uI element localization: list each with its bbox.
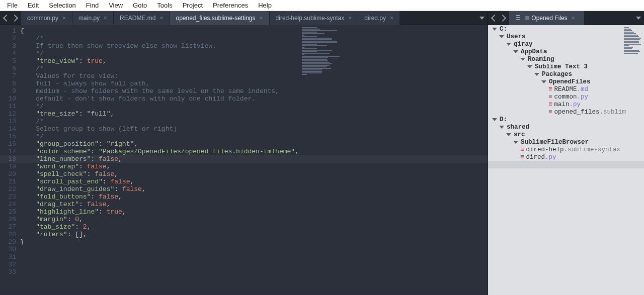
- tab-label: dired-help.sublime-syntax: [276, 15, 345, 22]
- menu-selection[interactable]: Selection: [44, 1, 80, 10]
- tab-overflow-button[interactable]: [633, 17, 644, 20]
- forward-icon[interactable]: [499, 14, 506, 21]
- tree-file[interactable]: ≡common.py: [488, 93, 644, 101]
- tab-common-py[interactable]: common.py×: [21, 11, 72, 25]
- tab-dired-py[interactable]: dired.py×: [358, 11, 400, 25]
- minimap[interactable]: [624, 27, 642, 54]
- menu-find[interactable]: Find: [81, 1, 104, 10]
- tab-label: dired.py: [364, 15, 386, 22]
- back-icon[interactable]: [3, 14, 10, 21]
- tree-folder[interactable]: Sublime Text 3: [488, 63, 644, 70]
- file-icon: ≡: [548, 109, 552, 116]
- tree-folder[interactable]: Roaming: [488, 55, 644, 63]
- disclosure-triangle-icon[interactable]: [499, 126, 504, 129]
- tree-folder[interactable]: C:: [488, 25, 644, 33]
- tree-folder[interactable]: D:: [488, 116, 644, 123]
- file-ext: .py: [577, 93, 589, 101]
- tab-opened-files-sublime-settings[interactable]: opened_files.sublime-settings×: [170, 11, 269, 25]
- tab-dired-help-sublime-syntax[interactable]: dired-help.sublime-syntax×: [270, 11, 359, 25]
- editor[interactable]: 1234567891011121314151617181920212223242…: [0, 25, 488, 295]
- file-basename: main: [554, 101, 570, 108]
- disclosure-triangle-icon[interactable]: [499, 35, 504, 38]
- tab-opened-files[interactable]: ☰ ≣ Opened Files ×: [509, 11, 585, 25]
- tab-label: common.py: [27, 15, 58, 22]
- folder-label: C:: [500, 26, 507, 33]
- menubar: FileEditSelectionFindViewGotoToolsProjec…: [0, 0, 644, 11]
- tree-folder[interactable]: qiray: [488, 40, 644, 48]
- disclosure-triangle-icon[interactable]: [506, 43, 511, 46]
- tab-main-py[interactable]: main.py×: [72, 11, 114, 25]
- file-basename: dired-help: [526, 146, 564, 153]
- back-icon[interactable]: [491, 14, 498, 21]
- opened-files-pane: ☰ ≣ Opened Files × C:UsersqirayAppDataRo…: [488, 11, 644, 295]
- folder-label: SublimeFileBrowser: [521, 139, 589, 146]
- tree-folder[interactable]: shared: [488, 123, 644, 131]
- disclosure-triangle-icon[interactable]: [506, 133, 511, 136]
- disclosure-triangle-icon[interactable]: [527, 65, 532, 68]
- menu-view[interactable]: View: [104, 1, 128, 10]
- tree-folder[interactable]: src: [488, 131, 644, 138]
- folder-label: D:: [500, 116, 507, 123]
- file-icon: ≡: [548, 86, 552, 93]
- chevron-down-icon: [636, 17, 641, 20]
- file-basename: dired: [526, 154, 545, 161]
- disclosure-triangle-icon[interactable]: [520, 58, 525, 61]
- tree-file[interactable]: ≡dired-help.sublime-syntax: [488, 146, 644, 153]
- close-icon[interactable]: ×: [104, 15, 107, 22]
- file-icon: ≡: [520, 154, 524, 161]
- folder-label: shared: [507, 124, 529, 131]
- folder-label: Roaming: [528, 56, 554, 63]
- close-icon[interactable]: ×: [390, 15, 393, 22]
- tree-folder[interactable]: Packages: [488, 70, 644, 78]
- tree-folder[interactable]: SublimeFileBrowser: [488, 138, 644, 146]
- folder-label: AppData: [521, 48, 547, 55]
- menu-tools[interactable]: Tools: [152, 1, 177, 10]
- menu-preferences[interactable]: Preferences: [208, 1, 253, 10]
- tree-file[interactable]: ≡opened_files.sublim: [488, 108, 644, 116]
- file-basename: opened_files: [554, 109, 600, 116]
- close-icon[interactable]: ×: [572, 15, 575, 22]
- menu-file[interactable]: File: [2, 1, 23, 10]
- tab-label: ≣ Opened Files: [525, 15, 568, 22]
- close-icon[interactable]: ×: [159, 15, 163, 22]
- disclosure-triangle-icon[interactable]: [492, 28, 497, 31]
- file-ext: .py: [570, 101, 581, 108]
- menu-help[interactable]: Help: [253, 1, 277, 10]
- forward-icon[interactable]: [11, 14, 18, 21]
- tree-folder[interactable]: AppData: [488, 48, 644, 55]
- tab-label: main.py: [78, 15, 100, 22]
- file-ext: .sublime-syntax: [564, 146, 621, 153]
- menu-project[interactable]: Project: [178, 1, 208, 10]
- tree-file[interactable]: ≡README.md: [488, 85, 644, 93]
- file-icon: ≡: [548, 93, 552, 101]
- folder-label: qiray: [514, 41, 533, 48]
- tree-file[interactable]: ≡dired.py: [488, 153, 644, 161]
- tabbar-left: common.py×main.py×README.md×opened_files…: [0, 11, 488, 25]
- disclosure-triangle-icon[interactable]: [534, 73, 539, 76]
- close-icon[interactable]: ×: [260, 15, 263, 22]
- file-basename: common: [554, 93, 577, 101]
- folder-label: Packages: [542, 71, 572, 78]
- tree-folder[interactable]: OpenedFiles: [488, 78, 644, 85]
- disclosure-triangle-icon[interactable]: [541, 80, 546, 83]
- tab-overflow-button[interactable]: [476, 17, 488, 20]
- menu-goto[interactable]: Goto: [128, 1, 152, 10]
- close-icon[interactable]: ×: [62, 15, 66, 22]
- tab-history-nav[interactable]: [0, 16, 21, 21]
- close-icon[interactable]: ×: [348, 15, 352, 22]
- menu-edit[interactable]: Edit: [23, 1, 44, 10]
- disclosure-triangle-icon[interactable]: [492, 118, 497, 121]
- folder-label: Sublime Text 3: [535, 63, 588, 70]
- tree-file[interactable]: ≡main.py: [488, 101, 644, 108]
- file-ext: .py: [545, 154, 556, 161]
- tab-history-nav-right[interactable]: [488, 16, 509, 21]
- tab-readme-md[interactable]: README.md×: [114, 11, 170, 25]
- tree-folder[interactable]: Users: [488, 33, 644, 40]
- file-basename: README: [554, 86, 577, 93]
- disclosure-triangle-icon[interactable]: [513, 50, 518, 53]
- tab-label: README.md: [120, 15, 155, 22]
- file-ext: .md: [577, 86, 589, 93]
- disclosure-triangle-icon[interactable]: [513, 141, 518, 144]
- file-tree[interactable]: C:UsersqirayAppDataRoamingSublime Text 3…: [488, 25, 644, 295]
- file-ext: .sublim: [600, 109, 626, 116]
